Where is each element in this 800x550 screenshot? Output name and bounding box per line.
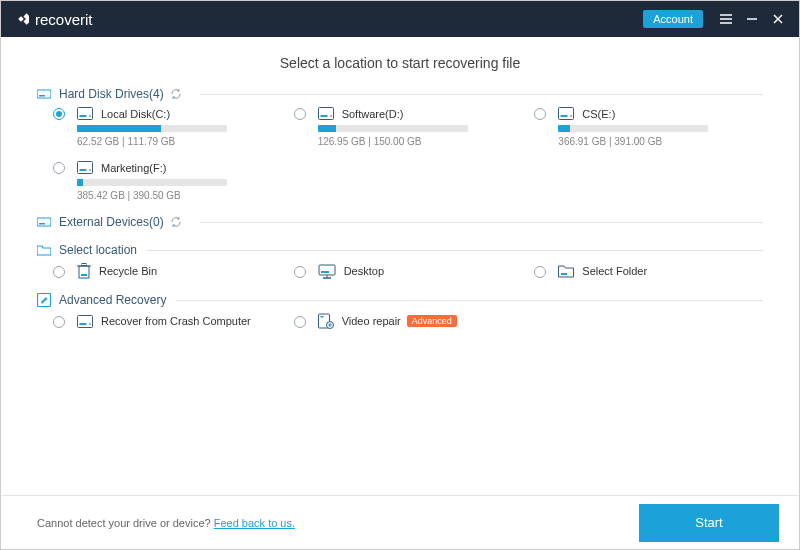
advanced-label: Video repair bbox=[342, 315, 401, 327]
folder-section-icon bbox=[37, 244, 51, 256]
location-select-folder[interactable]: Select Folder bbox=[534, 263, 763, 279]
radio[interactable] bbox=[53, 316, 65, 328]
advanced-crash-recovery[interactable]: Recover from Crash Computer bbox=[53, 313, 282, 329]
drive-item[interactable]: Software(D:) 126.95 GB | 150.00 GB bbox=[294, 107, 523, 147]
radio[interactable] bbox=[534, 108, 546, 120]
svg-rect-14 bbox=[318, 108, 333, 120]
location-label: Recycle Bin bbox=[99, 265, 157, 277]
svg-rect-20 bbox=[78, 162, 93, 174]
svg-point-22 bbox=[89, 169, 91, 171]
advanced-badge: Advanced bbox=[407, 315, 457, 327]
brand-text: recoverit bbox=[35, 11, 93, 28]
usage-bar bbox=[77, 125, 227, 132]
section-external-title: External Devices(0) bbox=[59, 215, 164, 229]
usage-bar bbox=[558, 125, 708, 132]
svg-rect-21 bbox=[80, 169, 87, 171]
drive-size: 62.52 GB | 111.79 GB bbox=[77, 136, 282, 147]
menu-icon[interactable] bbox=[713, 6, 739, 32]
drive-size: 385.42 GB | 390.50 GB bbox=[77, 190, 282, 201]
radio[interactable] bbox=[53, 266, 65, 278]
section-advanced-title: Advanced Recovery bbox=[59, 293, 166, 307]
radio[interactable] bbox=[294, 316, 306, 328]
radio[interactable] bbox=[53, 162, 65, 174]
drive-item[interactable]: CS(E:) 366.91 GB | 391.00 GB bbox=[534, 107, 763, 147]
section-external: External Devices(0) bbox=[37, 215, 763, 229]
minimize-button[interactable] bbox=[739, 6, 765, 32]
drive-item[interactable]: Local Disk(C:) 62.52 GB | 111.79 GB bbox=[53, 107, 282, 147]
drives-grid: Local Disk(C:) 62.52 GB | 111.79 GB Soft… bbox=[37, 107, 763, 201]
location-label: Desktop bbox=[344, 265, 384, 277]
location-label: Select Folder bbox=[582, 265, 647, 277]
disk-icon bbox=[558, 107, 574, 120]
radio[interactable] bbox=[534, 266, 546, 278]
svg-rect-28 bbox=[81, 274, 87, 276]
folder-icon bbox=[558, 264, 574, 278]
footer: Cannot detect your drive or device? Feed… bbox=[1, 495, 799, 549]
svg-point-16 bbox=[330, 115, 332, 117]
drive-name: CS(E:) bbox=[582, 108, 615, 120]
section-select-location-title: Select location bbox=[59, 243, 137, 257]
usage-bar bbox=[77, 179, 227, 186]
advanced-video-repair[interactable]: Video repair Advanced bbox=[294, 313, 523, 329]
drive-section-icon bbox=[37, 88, 51, 100]
advanced-label: Recover from Crash Computer bbox=[101, 315, 251, 327]
svg-rect-40 bbox=[320, 316, 323, 318]
section-advanced: Advanced Recovery Recover from Crash Com… bbox=[37, 293, 763, 329]
section-drives-header: Hard Disk Drives(4) bbox=[37, 87, 763, 101]
app-window: recoverit Account Select a location to s… bbox=[0, 0, 800, 550]
refresh-icon[interactable] bbox=[170, 216, 182, 228]
svg-rect-25 bbox=[79, 266, 89, 278]
drive-name: Software(D:) bbox=[342, 108, 404, 120]
content-area: Select a location to start recovering fi… bbox=[1, 37, 799, 495]
location-recycle-bin[interactable]: Recycle Bin bbox=[53, 263, 282, 279]
svg-rect-17 bbox=[559, 108, 574, 120]
svg-rect-10 bbox=[39, 95, 45, 97]
wrench-icon bbox=[37, 293, 51, 307]
svg-rect-33 bbox=[561, 273, 567, 275]
svg-rect-23 bbox=[37, 218, 51, 226]
disk-icon bbox=[77, 161, 93, 174]
drive-item[interactable]: Marketing(F:) 385.42 GB | 390.50 GB bbox=[53, 161, 282, 201]
feedback-link[interactable]: Feed back to us. bbox=[214, 517, 295, 529]
video-repair-icon bbox=[318, 313, 334, 329]
svg-rect-12 bbox=[80, 115, 87, 117]
svg-point-13 bbox=[89, 115, 91, 117]
svg-rect-30 bbox=[321, 271, 329, 273]
close-button[interactable] bbox=[765, 6, 791, 32]
recycle-bin-icon bbox=[77, 263, 91, 279]
section-drives-title: Hard Disk Drives(4) bbox=[59, 87, 164, 101]
advanced-grid: Recover from Crash Computer Video repair… bbox=[37, 313, 763, 329]
disk-icon bbox=[318, 107, 334, 120]
account-button[interactable]: Account bbox=[643, 10, 703, 28]
drive-name: Marketing(F:) bbox=[101, 162, 166, 174]
logo-icon bbox=[13, 11, 29, 27]
radio[interactable] bbox=[294, 108, 306, 120]
section-select-location-header: Select location bbox=[37, 243, 763, 257]
desktop-icon bbox=[318, 264, 336, 279]
refresh-icon[interactable] bbox=[170, 88, 182, 100]
radio-selected[interactable] bbox=[53, 108, 65, 120]
section-external-header: External Devices(0) bbox=[37, 215, 763, 229]
svg-rect-35 bbox=[78, 315, 93, 327]
svg-rect-11 bbox=[78, 108, 93, 120]
section-select-location: Select location Recycle Bin Desktop bbox=[37, 243, 763, 279]
svg-rect-27 bbox=[82, 264, 86, 266]
drive-name: Local Disk(C:) bbox=[101, 108, 170, 120]
svg-rect-15 bbox=[320, 115, 327, 117]
drive-size: 126.95 GB | 150.00 GB bbox=[318, 136, 523, 147]
page-title: Select a location to start recovering fi… bbox=[37, 55, 763, 71]
disk-icon bbox=[77, 107, 93, 120]
svg-rect-9 bbox=[37, 90, 51, 98]
section-advanced-header: Advanced Recovery bbox=[37, 293, 763, 307]
svg-rect-36 bbox=[80, 323, 87, 325]
svg-rect-24 bbox=[39, 223, 45, 225]
locations-grid: Recycle Bin Desktop Select Folder bbox=[37, 263, 763, 279]
start-button[interactable]: Start bbox=[639, 504, 779, 542]
svg-point-37 bbox=[89, 323, 91, 325]
location-desktop[interactable]: Desktop bbox=[294, 263, 523, 279]
radio[interactable] bbox=[294, 266, 306, 278]
disk-icon bbox=[77, 315, 93, 328]
svg-rect-18 bbox=[561, 115, 568, 117]
brand: recoverit bbox=[13, 11, 93, 28]
svg-rect-29 bbox=[319, 265, 335, 275]
